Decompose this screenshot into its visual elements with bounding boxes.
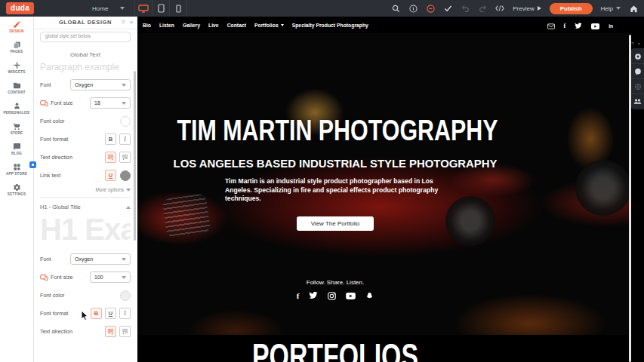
h1-font-value: Oxygen bbox=[75, 256, 93, 262]
facebook-icon[interactable]: f bbox=[297, 291, 300, 300]
comments-button[interactable] bbox=[631, 64, 644, 79]
follow-section: Follow. Share. Listen. f bbox=[137, 279, 533, 300]
bold-button[interactable]: B bbox=[105, 133, 116, 145]
h1-font-size-value: 100 bbox=[94, 275, 103, 280]
sidebar-item-widgets[interactable]: WIDGETS bbox=[0, 57, 33, 78]
h1-font-size-select[interactable]: 100 bbox=[90, 272, 131, 283]
font-color-swatch[interactable] bbox=[120, 116, 131, 127]
view-portfolio-button[interactable]: View The Portfolio bbox=[297, 216, 374, 231]
sidebar-item-app-store[interactable]: APP STORE bbox=[0, 159, 33, 179]
chevron-down-icon bbox=[616, 7, 621, 10]
direction-ltr-button[interactable] bbox=[105, 152, 116, 163]
mobile-view-button[interactable] bbox=[169, 0, 187, 17]
sidebar-item-blog[interactable]: BLOG bbox=[0, 139, 33, 159]
save-check-button[interactable] bbox=[443, 4, 452, 13]
nav-item-contact[interactable]: Contact bbox=[227, 23, 246, 28]
h1-font-color-swatch[interactable] bbox=[120, 290, 131, 301]
direction-rtl-button[interactable] bbox=[119, 152, 131, 163]
globe-icon bbox=[634, 83, 642, 90]
email-icon[interactable] bbox=[547, 23, 555, 29]
tablet-view-button[interactable] bbox=[152, 0, 169, 17]
font-color-row: Font color bbox=[40, 115, 131, 127]
app-store-badge bbox=[29, 161, 36, 168]
h1-bold-button[interactable]: B bbox=[91, 308, 102, 319]
facebook-icon[interactable]: f bbox=[564, 23, 566, 29]
youtube-icon[interactable] bbox=[346, 293, 356, 299]
desktop-view-button[interactable] bbox=[134, 0, 152, 17]
duda-logo[interactable]: duda bbox=[6, 2, 34, 14]
nav-item-specialty[interactable]: Specialty Product Photography bbox=[292, 23, 368, 28]
undo-button[interactable] bbox=[461, 4, 470, 13]
font-select[interactable]: Oxygen bbox=[70, 79, 131, 90]
status-icon bbox=[427, 5, 435, 13]
h1-font-select[interactable]: Oxygen bbox=[70, 253, 131, 265]
text-direction-label: Text direction bbox=[40, 154, 72, 161]
instagram-icon[interactable] bbox=[328, 292, 336, 300]
nav-social-icons: f in bbox=[547, 23, 613, 29]
play-icon bbox=[538, 6, 541, 11]
sidebar-item-design[interactable]: DESIGN bbox=[0, 17, 33, 37]
snapchat-icon[interactable] bbox=[365, 292, 374, 300]
responsive-devices-icon bbox=[40, 275, 48, 281]
sidebar-item-pages[interactable]: PAGES bbox=[0, 37, 33, 57]
panel-divider bbox=[40, 197, 131, 198]
twitter-icon[interactable] bbox=[575, 23, 582, 29]
design-pencil-icon bbox=[13, 20, 21, 29]
sidebar-item-content[interactable]: CONTENT bbox=[0, 78, 33, 98]
h1-direction-ltr-button[interactable] bbox=[105, 326, 116, 337]
check-icon bbox=[444, 5, 452, 12]
h1-section-header[interactable]: H1 - Global Title bbox=[40, 204, 131, 210]
sidebar-item-settings[interactable]: SETTINGS bbox=[0, 179, 33, 200]
help-label: Help bbox=[601, 5, 613, 12]
h1-font-size-label: Font size bbox=[40, 274, 73, 281]
search-button[interactable] bbox=[391, 4, 400, 13]
font-size-value: 18 bbox=[94, 100, 100, 106]
sidebar-item-store[interactable]: STORE bbox=[0, 118, 33, 139]
preview-button[interactable]: Preview bbox=[513, 5, 541, 12]
panel-scrollbar[interactable] bbox=[134, 71, 136, 241]
nav-item-gallery[interactable]: Gallery bbox=[183, 23, 200, 28]
h1-underline-button[interactable]: U bbox=[105, 308, 116, 319]
h1-text-direction-row: Text direction bbox=[40, 326, 131, 337]
cart-icon bbox=[13, 122, 21, 130]
person-icon bbox=[13, 102, 21, 110]
follow-text: Follow. Share. Listen. bbox=[137, 279, 533, 286]
nav-item-portfolios[interactable]: Portfolios bbox=[254, 23, 284, 28]
globe-button[interactable] bbox=[631, 79, 644, 94]
help-menu[interactable]: Help bbox=[601, 5, 621, 12]
publish-button[interactable]: Publish bbox=[550, 3, 593, 14]
info-button[interactable] bbox=[408, 4, 418, 13]
sidebar-label: BLOG bbox=[11, 152, 22, 155]
font-size-select[interactable]: 18 bbox=[90, 97, 131, 109]
twitter-icon[interactable] bbox=[309, 292, 318, 299]
youtube-icon[interactable] bbox=[591, 23, 599, 29]
link-text-row: Link text U bbox=[40, 170, 131, 181]
more-options-link[interactable]: More options bbox=[40, 187, 131, 192]
team-button[interactable] bbox=[631, 94, 644, 109]
plus-icon bbox=[13, 61, 21, 69]
nav-item-listen[interactable]: Listen bbox=[159, 23, 174, 28]
font-select-value: Oxygen bbox=[75, 82, 93, 87]
panel-help-button[interactable]: ? bbox=[122, 17, 125, 29]
h1-italic-button[interactable]: I bbox=[119, 308, 131, 319]
home-icon bbox=[630, 5, 638, 13]
panel-close-button[interactable]: × bbox=[130, 17, 134, 29]
pages-icon bbox=[13, 41, 21, 49]
rtl-icon bbox=[122, 154, 128, 161]
link-color-swatch[interactable] bbox=[120, 170, 131, 181]
dev-mode-button[interactable] bbox=[495, 4, 504, 13]
page-selector[interactable]: Home bbox=[92, 0, 125, 17]
h1-direction-rtl-button[interactable] bbox=[119, 326, 131, 337]
sidebar-item-personalize[interactable]: PERSONALIZE bbox=[0, 98, 33, 118]
link-underline-button[interactable]: U bbox=[105, 170, 116, 181]
redo-button[interactable] bbox=[478, 4, 487, 13]
italic-button[interactable]: I bbox=[119, 133, 131, 145]
linkedin-icon[interactable]: in bbox=[609, 23, 613, 29]
nav-item-bio[interactable]: Bio bbox=[143, 23, 151, 28]
desktop-icon bbox=[138, 5, 149, 13]
capture-button[interactable] bbox=[631, 49, 644, 64]
nav-item-live[interactable]: Live bbox=[208, 23, 219, 28]
page-selector-label: Home bbox=[92, 5, 108, 12]
status-button[interactable] bbox=[426, 4, 435, 13]
dashboard-home-button[interactable] bbox=[629, 4, 638, 13]
